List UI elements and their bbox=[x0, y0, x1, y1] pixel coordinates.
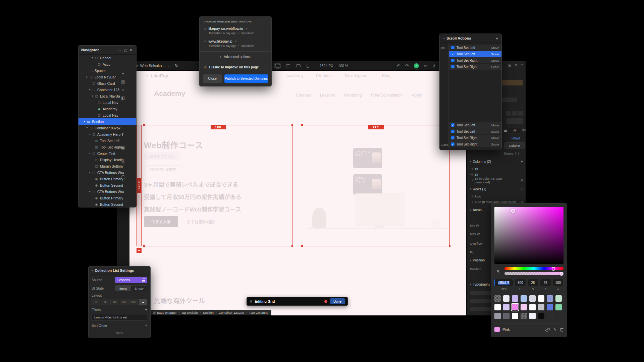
scroll-action-row[interactable]: Tool Set Left Scale bbox=[449, 51, 501, 57]
color-swatch[interactable] bbox=[555, 295, 562, 302]
alpha-slider[interactable] bbox=[504, 272, 564, 275]
left-toolbar-icon[interactable]: + bbox=[121, 71, 125, 76]
breadcrumb-item[interactable]: Section bbox=[198, 311, 214, 314]
undo-icon[interactable] bbox=[396, 63, 400, 68]
scroll-action-row[interactable]: Tool Set Right Scale bbox=[449, 64, 501, 70]
alpha-input[interactable]: 100 bbox=[553, 279, 564, 286]
color-swatch[interactable] bbox=[547, 295, 553, 302]
redo-icon[interactable] bbox=[405, 63, 409, 68]
alpha-handle[interactable] bbox=[560, 272, 564, 276]
grid-handle[interactable] bbox=[301, 245, 303, 247]
mobile-portrait-breakpoint-icon[interactable] bbox=[307, 64, 309, 68]
check-icon[interactable] bbox=[204, 40, 206, 43]
checkbox-icon[interactable] bbox=[451, 52, 454, 56]
style-tab-icon[interactable]: ▣ bbox=[508, 63, 511, 67]
column-button[interactable]: Column bbox=[504, 142, 525, 148]
color-swatch[interactable] bbox=[503, 304, 509, 310]
color-swatch[interactable] bbox=[538, 313, 544, 319]
grid-handle[interactable] bbox=[143, 124, 145, 126]
breadcrumb-item[interactable]: wg-exclude bbox=[177, 311, 198, 314]
color-swatch[interactable] bbox=[529, 304, 536, 310]
unpublish-link[interactable]: Unpublish bbox=[241, 32, 254, 35]
add-column-icon[interactable] bbox=[521, 159, 523, 164]
saturation-input[interactable]: 28 bbox=[528, 279, 539, 286]
hue-input[interactable]: 300 bbox=[515, 279, 526, 286]
publish-button[interactable]: Publish to Selected Domains bbox=[224, 74, 268, 83]
add-sort-icon[interactable] bbox=[145, 323, 147, 328]
expander-icon[interactable]: ▾ bbox=[91, 56, 94, 59]
unpublish-link[interactable]: Unpublish bbox=[241, 44, 254, 48]
rows-section-header[interactable]: Rows (1) bbox=[470, 187, 523, 191]
color-swatch[interactable] bbox=[494, 313, 501, 319]
grid-column-row[interactable]: 1fr (0 columns auto-generated) bbox=[470, 177, 523, 183]
close-icon[interactable] bbox=[128, 48, 133, 52]
done-button[interactable]: Done bbox=[330, 298, 345, 304]
hue-slider[interactable] bbox=[504, 267, 564, 270]
grid-column-row[interactable]: 1fr bbox=[470, 166, 523, 172]
lock-icon[interactable] bbox=[504, 129, 507, 132]
navigator-item[interactable]: ◉ Button Primary bbox=[78, 195, 136, 201]
checkbox-icon[interactable] bbox=[451, 46, 454, 49]
add-filter-icon[interactable] bbox=[145, 307, 147, 312]
minimize-icon[interactable] bbox=[117, 48, 123, 52]
expander-icon[interactable]: ▾ bbox=[88, 133, 92, 136]
add-action-icon[interactable] bbox=[495, 36, 498, 41]
close-button[interactable]: Close bbox=[203, 74, 222, 83]
edit-icon[interactable] bbox=[553, 327, 556, 332]
layout-option-icon[interactable]: ▯▯▯▯▯ bbox=[129, 299, 138, 305]
color-swatch[interactable] bbox=[512, 295, 518, 302]
external-link-icon[interactable] bbox=[234, 40, 237, 43]
scroll-action-row[interactable]: Tool Set Left Move bbox=[449, 122, 501, 128]
advanced-options-toggle[interactable]: Advanced options bbox=[200, 52, 271, 61]
checkbox-icon[interactable] bbox=[451, 142, 454, 146]
page-issue-row[interactable]: 1 issue to improve on this page bbox=[200, 63, 271, 72]
external-link-icon[interactable] bbox=[245, 27, 248, 30]
color-swatch[interactable] bbox=[494, 304, 501, 310]
grid-handle[interactable] bbox=[143, 245, 145, 247]
dock-icon[interactable] bbox=[123, 48, 128, 52]
add-row-icon[interactable] bbox=[521, 187, 523, 191]
unlink-icon[interactable] bbox=[545, 327, 550, 331]
color-swatch[interactable] bbox=[529, 295, 536, 302]
scroll-action-row[interactable]: Tool Set Right Move bbox=[449, 57, 501, 64]
grid-handle[interactable] bbox=[291, 124, 293, 126]
columns-section-header[interactable]: Columns (2) bbox=[470, 159, 523, 164]
align-button-skeleton[interactable] bbox=[518, 111, 523, 116]
eyedropper-icon[interactable] bbox=[494, 268, 501, 275]
left-toolbar-icon[interactable]: ⚙ bbox=[121, 160, 125, 165]
remove-icon[interactable] bbox=[520, 178, 523, 182]
expander-icon[interactable]: ▾ bbox=[85, 126, 89, 129]
align-button-skeleton[interactable] bbox=[506, 111, 511, 116]
grid-column-2[interactable]: 1FR bbox=[302, 125, 450, 246]
expander-icon[interactable]: ▾ bbox=[88, 190, 92, 193]
breadcrumb-item[interactable]: Container 1232px bbox=[214, 311, 244, 314]
color-swatch[interactable] bbox=[538, 295, 544, 302]
color-swatch[interactable] bbox=[521, 295, 527, 302]
color-swatch[interactable] bbox=[494, 295, 501, 302]
navigator-titlebar[interactable]: Navigator bbox=[78, 46, 136, 55]
trash-icon[interactable] bbox=[560, 328, 564, 331]
saturation-brightness-area[interactable] bbox=[494, 207, 564, 264]
color-swatch[interactable] bbox=[503, 295, 509, 302]
checkbox-icon[interactable] bbox=[451, 130, 454, 133]
saved-swatch[interactable] bbox=[494, 327, 500, 332]
grid-column-1[interactable]: 1FR bbox=[144, 125, 292, 246]
navigator-item[interactable]: ◉ Button Second bbox=[78, 201, 136, 207]
grid-handle[interactable] bbox=[301, 124, 303, 126]
dropdown-skeleton[interactable] bbox=[506, 118, 523, 124]
settings-tab-icon[interactable]: ⚙ bbox=[515, 63, 518, 67]
source-select[interactable]: Lessons bbox=[115, 277, 147, 283]
color-swatch[interactable] bbox=[521, 304, 527, 310]
expander-icon[interactable]: ▾ bbox=[88, 171, 92, 174]
layout-option-icon[interactable]: ▯ bbox=[92, 299, 100, 305]
align-button-skeleton[interactable] bbox=[512, 111, 517, 116]
left-toolbar-icon[interactable]: ◯ bbox=[121, 174, 125, 180]
gap-unit[interactable]: PX bbox=[522, 129, 526, 132]
color-swatch[interactable] bbox=[503, 313, 509, 319]
ui-state-items[interactable]: Items bbox=[115, 286, 131, 291]
scroll-action-row[interactable]: Tool Set Left Move bbox=[449, 45, 501, 51]
color-swatch[interactable] bbox=[547, 313, 553, 319]
checkbox-icon[interactable] bbox=[451, 136, 454, 139]
canvas[interactable]: ♥ LikePay AcademyProductsDevelopmentBlog… bbox=[129, 71, 466, 315]
left-toolbar-icon[interactable]: ≡ bbox=[121, 87, 125, 93]
